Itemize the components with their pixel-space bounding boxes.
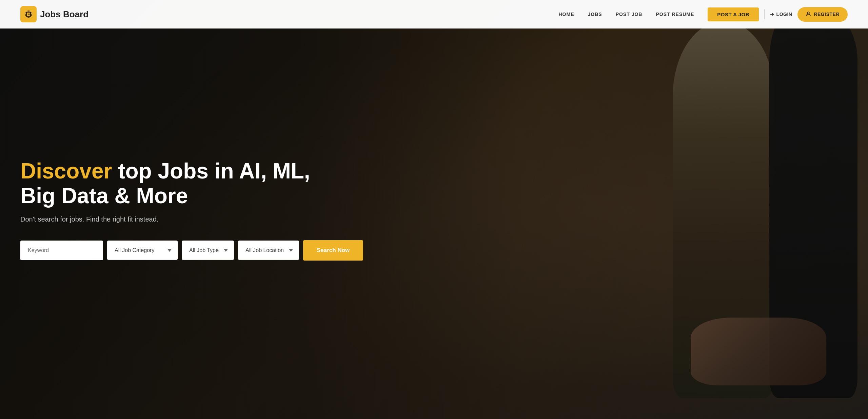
hands-area [691,318,826,385]
nav-link-jobs[interactable]: JOBS [588,12,602,17]
svg-text:AI: AI [27,13,30,16]
job-type-select[interactable]: All Job Type Full Time Part Time Remote … [182,241,234,260]
keyword-input[interactable] [20,241,103,260]
logo-icon: AI [20,6,37,22]
job-category-select[interactable]: All Job Category Artificial Intelligence… [107,241,178,260]
logo-text: Jobs Board [40,9,88,20]
hero-content: Discover top Jobs in AI, ML, Big Data & … [20,158,326,260]
hero-section: AI Jobs Board HOME JOBS POST JOB POST RE… [0,0,868,419]
nav-links: HOME JOBS POST JOB POST RESUME [559,11,694,17]
chip-icon: AI [24,9,33,19]
nav-item-jobs[interactable]: JOBS [588,11,602,17]
login-icon: ➜ [770,12,774,17]
post-a-job-button[interactable]: POST A JOB [708,7,759,21]
nav-item-post-job[interactable]: POST JOB [616,11,643,17]
nav-actions: POST A JOB ➜ LOGIN REGISTER [708,7,848,22]
background-people [347,0,868,419]
search-bar: All Job Category Artificial Intelligence… [20,240,326,261]
nav-link-home[interactable]: HOME [559,12,574,17]
nav-link-post-resume[interactable]: POST RESUME [656,12,694,17]
hero-title: Discover top Jobs in AI, ML, Big Data & … [20,158,326,208]
job-location-select[interactable]: All Job Location United States United Ki… [238,241,299,260]
search-now-button[interactable]: Search Now [303,240,363,261]
nav-divider [764,9,765,19]
hero-title-highlight: Discover [20,158,112,183]
nav-item-home[interactable]: HOME [559,11,574,17]
nav-item-post-resume[interactable]: POST RESUME [656,11,694,17]
svg-point-15 [807,12,809,14]
register-button[interactable]: REGISTER [797,7,848,22]
nav-link-post-job[interactable]: POST JOB [616,12,643,17]
site-logo[interactable]: AI Jobs Board [20,6,88,22]
register-icon [806,11,811,18]
login-button[interactable]: ➜ LOGIN [770,12,792,17]
navbar: AI Jobs Board HOME JOBS POST JOB POST RE… [0,0,868,28]
hero-subtitle: Don't search for jobs. Find the right fi… [20,215,326,223]
